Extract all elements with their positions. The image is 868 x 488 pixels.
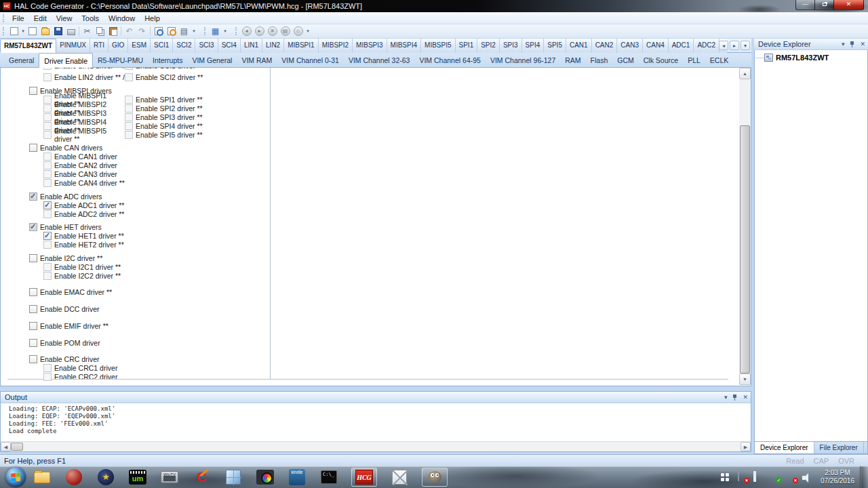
- toolbar-overflow-icon[interactable]: ▾: [222, 28, 229, 34]
- device-tab-mibspi2[interactable]: MIBSPI2: [319, 39, 353, 53]
- output-scrollbar-thumb[interactable]: [11, 443, 23, 451]
- output-close-icon[interactable]: ✕: [743, 394, 748, 401]
- device-tab-sci4[interactable]: SCI4: [218, 39, 241, 53]
- checkbox[interactable]: [43, 364, 52, 372]
- taskbar-button-command-prompt[interactable]: C:\_: [319, 468, 338, 487]
- device-tab-esm[interactable]: ESM: [128, 39, 151, 53]
- device-tab-adc1[interactable]: ADC1: [669, 39, 694, 53]
- menu-window[interactable]: Window: [104, 13, 140, 24]
- taskbar-button-umplayer[interactable]: um: [128, 468, 147, 487]
- device-tab-can3[interactable]: CAN3: [617, 39, 643, 53]
- device-explorer-pin-icon[interactable]: [850, 41, 854, 47]
- device-explorer-close-icon[interactable]: ✕: [860, 41, 865, 47]
- checkbox[interactable]: [43, 241, 52, 249]
- checkbox[interactable]: [29, 144, 37, 152]
- device-tab-lin2[interactable]: LIN2: [262, 39, 284, 53]
- output-pin-icon[interactable]: [732, 394, 737, 401]
- checkbox[interactable]: [43, 104, 52, 113]
- taskbar-button-camera-app[interactable]: [256, 468, 275, 487]
- checkbox[interactable]: [43, 170, 52, 178]
- menu-edit[interactable]: Edit: [29, 13, 52, 24]
- checkbox[interactable]: [43, 152, 52, 161]
- checkbox[interactable]: [29, 355, 37, 363]
- new-dropdown-icon[interactable]: ▾: [20, 28, 26, 34]
- app-alert-icon[interactable]: ✕: [737, 472, 747, 482]
- open-folder-icon[interactable]: [39, 25, 52, 37]
- device-name[interactable]: RM57L843ZWT: [776, 54, 829, 62]
- taskbar-clock[interactable]: 2:03 PM 07/26/2016: [815, 469, 860, 485]
- network-icon[interactable]: [753, 472, 764, 482]
- menu-file[interactable]: File: [7, 13, 29, 24]
- sub-tab-r5-mpu-pmu[interactable]: R5-MPU-PMU: [93, 53, 148, 67]
- checkbox[interactable]: ✓: [43, 232, 52, 240]
- sub-tab-eclk[interactable]: ECLK: [705, 53, 733, 67]
- scroll-right-icon[interactable]: ▶: [741, 442, 751, 451]
- sub-tab-vim-general[interactable]: VIM General: [187, 53, 237, 67]
- device-tab-adc2[interactable]: ADC2: [694, 39, 719, 53]
- explorer-tab-device-explorer[interactable]: Device Explorer: [755, 442, 814, 453]
- save-icon[interactable]: [52, 25, 64, 37]
- restore-button[interactable]: [815, 0, 833, 10]
- device-tab-spi4[interactable]: SPI4: [522, 39, 545, 53]
- output-horizontal-scrollbar[interactable]: ◀ ▶: [1, 441, 751, 451]
- checkbox[interactable]: [29, 87, 37, 95]
- taskbar-button-media-player-red[interactable]: [64, 468, 83, 487]
- find-icon[interactable]: [152, 25, 165, 37]
- checkbox[interactable]: [43, 96, 52, 104]
- menu-help[interactable]: Help: [140, 13, 165, 24]
- nav-stop-icon[interactable]: ✕: [266, 25, 279, 37]
- taskbar-button-kindle[interactable]: kindle: [288, 468, 307, 487]
- device-tab-sci3[interactable]: SCI3: [195, 39, 218, 53]
- checkbox[interactable]: [125, 104, 133, 113]
- checkbox[interactable]: [43, 68, 52, 70]
- device-tab-rm57l843zwt[interactable]: RM57L843ZWT: [0, 39, 56, 53]
- new-document-icon[interactable]: [7, 25, 20, 37]
- show-hidden-icons-icon[interactable]: [721, 472, 731, 482]
- checkbox[interactable]: [125, 122, 133, 130]
- copy-icon[interactable]: [94, 25, 106, 37]
- device-tab-lin1[interactable]: LIN1: [241, 39, 262, 53]
- nav-forward-icon[interactable]: ▸: [253, 25, 266, 37]
- minimize-button[interactable]: —: [795, 0, 815, 10]
- device-tab-can1[interactable]: CAN1: [566, 39, 592, 53]
- generate-code-icon[interactable]: ▦: [209, 25, 222, 37]
- checkbox[interactable]: [43, 272, 52, 280]
- sub-tab-clk-source[interactable]: Clk Source: [639, 53, 683, 67]
- checkbox[interactable]: ✓: [29, 192, 37, 201]
- checkbox[interactable]: [125, 113, 133, 121]
- taskbar-button-cube-viewer[interactable]: [390, 468, 409, 487]
- tree-root-item[interactable]: RM57L843ZWT: [755, 50, 867, 62]
- nav-home-icon[interactable]: ⌂: [292, 25, 304, 37]
- sub-tab-driver-enable[interactable]: Driver Enable: [39, 53, 93, 68]
- device-tab-spi1[interactable]: SPI1: [456, 39, 478, 53]
- toolbar-overflow-icon[interactable]: ▾: [304, 28, 311, 34]
- device-tab-spi2[interactable]: SPI2: [477, 39, 500, 53]
- checkbox[interactable]: [43, 113, 52, 121]
- sub-tab-interrupts[interactable]: Interrupts: [148, 53, 187, 67]
- sub-tab-vim-channel-64-95[interactable]: VIM Channel 64-95: [414, 53, 485, 67]
- content-vertical-scrollbar[interactable]: ▲ ▼: [739, 68, 751, 385]
- taskbar-button-wintv[interactable]: WinTV: [160, 468, 179, 487]
- device-tab-mibspi1[interactable]: MIBSPI1: [284, 39, 318, 53]
- checkbox[interactable]: [43, 179, 52, 187]
- undo-icon[interactable]: ↶: [123, 25, 136, 37]
- find-in-files-icon[interactable]: [165, 25, 178, 37]
- checkbox[interactable]: [43, 161, 52, 169]
- taskbar-button-blue-cube-app[interactable]: [224, 468, 243, 487]
- sub-tab-gcm[interactable]: GCM: [612, 53, 639, 67]
- scroll-down-icon[interactable]: ▼: [739, 373, 751, 385]
- sub-tab-flash[interactable]: Flash: [586, 53, 613, 67]
- taskbar-button-halcogen[interactable]: HCG: [351, 468, 377, 487]
- sub-tab-vim-channel-0-31[interactable]: VIM Channel 0-31: [277, 53, 344, 67]
- tab-scroll-right-icon[interactable]: ▸: [730, 41, 739, 50]
- scroll-up-icon[interactable]: ▲: [739, 68, 751, 79]
- device-tab-gio[interactable]: GIO: [108, 39, 128, 53]
- cut-icon[interactable]: ✂: [81, 25, 94, 37]
- menu-tools[interactable]: Tools: [77, 13, 104, 24]
- scrollbar-thumb[interactable]: [740, 125, 750, 373]
- nav-page-icon[interactable]: ▤: [279, 25, 292, 37]
- redo-icon[interactable]: ↷: [136, 25, 149, 37]
- tab-list-icon[interactable]: ▾: [741, 41, 750, 50]
- sub-tab-general[interactable]: General: [4, 53, 39, 67]
- checkbox[interactable]: [29, 254, 37, 262]
